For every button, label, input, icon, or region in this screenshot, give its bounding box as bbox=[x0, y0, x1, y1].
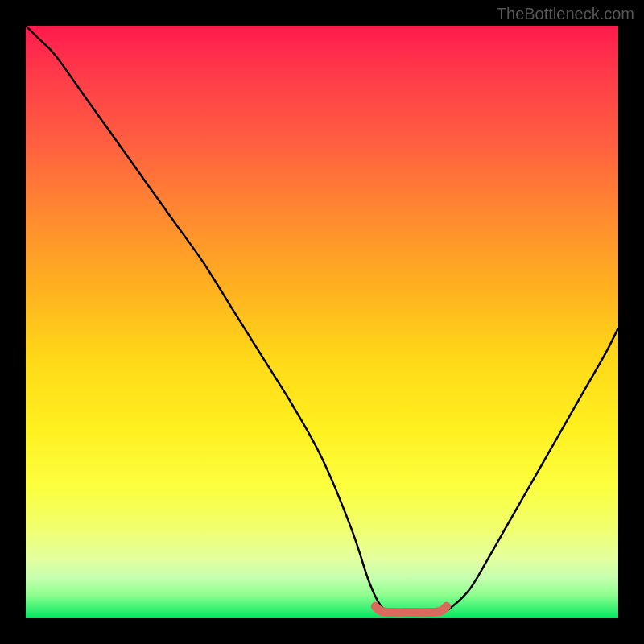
optimal-marker-path bbox=[375, 606, 446, 612]
chart-plot-area bbox=[26, 26, 618, 618]
watermark-text: TheBottleneck.com bbox=[497, 5, 634, 23]
bottleneck-curve-path bbox=[26, 26, 618, 613]
chart-svg bbox=[26, 26, 618, 618]
